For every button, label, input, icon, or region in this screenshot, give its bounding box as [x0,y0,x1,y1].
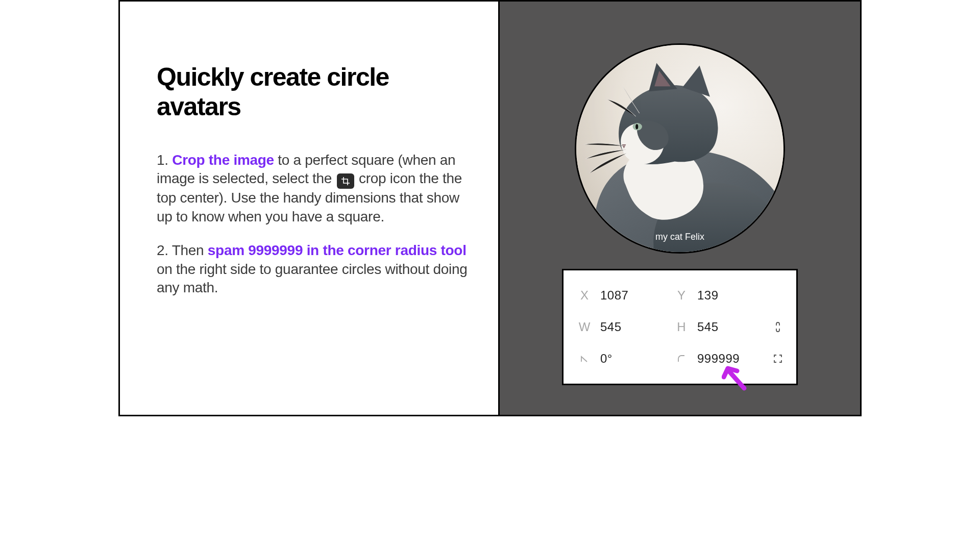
h-label: H [676,320,687,334]
rotation-value[interactable]: 0° [600,352,612,366]
rotation-icon [579,354,590,363]
instructions-pane: Quickly create circle avatars 1. Crop th… [120,2,500,415]
corner-radius-value[interactable]: 999999 [697,352,740,366]
position-row: X 1087 Y 139 [579,280,785,311]
step-2-num: 2. Then [157,242,208,258]
svg-point-2 [635,124,638,129]
rotation-radius-row: 0° 999999 [579,343,785,374]
avatar-caption: my cat Felix [575,232,785,242]
properties-panel: X 1087 Y 139 W 545 H 545 [562,269,798,385]
y-label: Y [676,288,687,303]
step-1-num: 1. [157,152,172,168]
avatar-image [575,43,785,254]
w-value[interactable]: 545 [600,320,622,334]
step-1-highlight: Crop the image [172,152,274,168]
step-2-text: on the right side to guarantee circles w… [157,261,468,295]
size-row: W 545 H 545 [579,311,785,343]
annotation-arrow-icon [722,365,752,397]
w-label: W [579,320,590,334]
x-label: X [579,288,590,303]
crop-icon [337,173,354,189]
preview-pane: my cat Felix X 1087 Y 139 W 545 [500,2,860,415]
y-value[interactable]: 139 [697,288,719,303]
x-value[interactable]: 1087 [600,288,628,303]
independent-corners-icon[interactable] [771,354,785,363]
corner-radius-icon [676,354,687,363]
step-1: 1. Crop the image to a perfect square (w… [157,151,468,226]
link-dimensions-icon[interactable] [771,321,785,333]
page-title: Quickly create circle avatars [157,63,468,121]
step-2-highlight: spam 9999999 in the corner radius tool [208,242,467,258]
step-2: 2. Then spam 9999999 in the corner radiu… [157,241,468,297]
h-value[interactable]: 545 [697,320,719,334]
slide-frame: Quickly create circle avatars 1. Crop th… [118,0,862,416]
avatar-container: my cat Felix [575,43,785,254]
